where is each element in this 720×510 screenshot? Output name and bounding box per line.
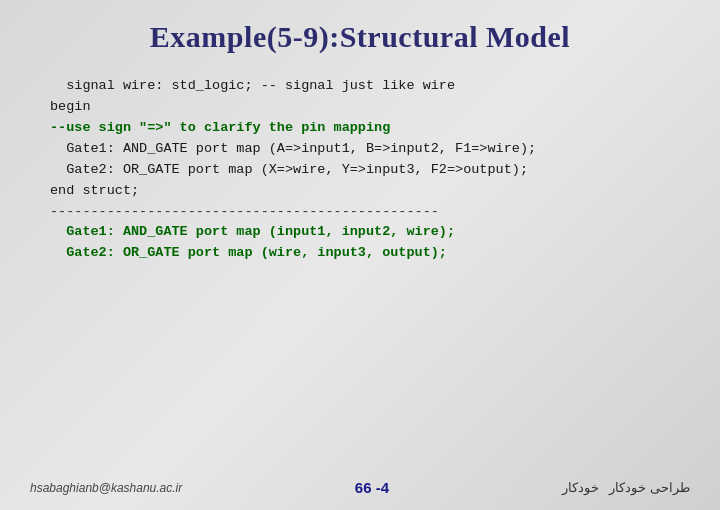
slide-title: Example(5-9):Structural Model bbox=[40, 20, 680, 54]
footer-page: 66 -4 bbox=[355, 479, 389, 496]
footer: hsabaghianb@kashanu.ac.ir 66 -4 طراحی خو… bbox=[0, 479, 720, 496]
code-line-9: Gate2: OR_GATE port map (wire, input3, o… bbox=[50, 243, 670, 264]
footer-email: hsabaghianb@kashanu.ac.ir bbox=[30, 481, 182, 495]
code-line-2: begin bbox=[50, 97, 670, 118]
code-line-4: Gate1: AND_GATE port map (A=>input1, B=>… bbox=[50, 139, 670, 160]
code-line-6: end struct; bbox=[50, 181, 670, 202]
slide: Example(5-9):Structural Model signal wir… bbox=[0, 0, 720, 510]
code-line-5: Gate2: OR_GATE port map (X=>wire, Y=>inp… bbox=[50, 160, 670, 181]
code-block: signal wire: std_logic; -- signal just l… bbox=[40, 76, 680, 264]
code-line-3: --use sign "=>" to clarify the pin mappi… bbox=[50, 118, 670, 139]
code-line-8: Gate1: AND_GATE port map (input1, input2… bbox=[50, 222, 670, 243]
code-line-1: signal wire: std_logic; -- signal just l… bbox=[50, 76, 670, 97]
footer-credits: طراحی خودکار خودکار bbox=[562, 480, 690, 495]
code-line-7: ----------------------------------------… bbox=[50, 202, 670, 223]
